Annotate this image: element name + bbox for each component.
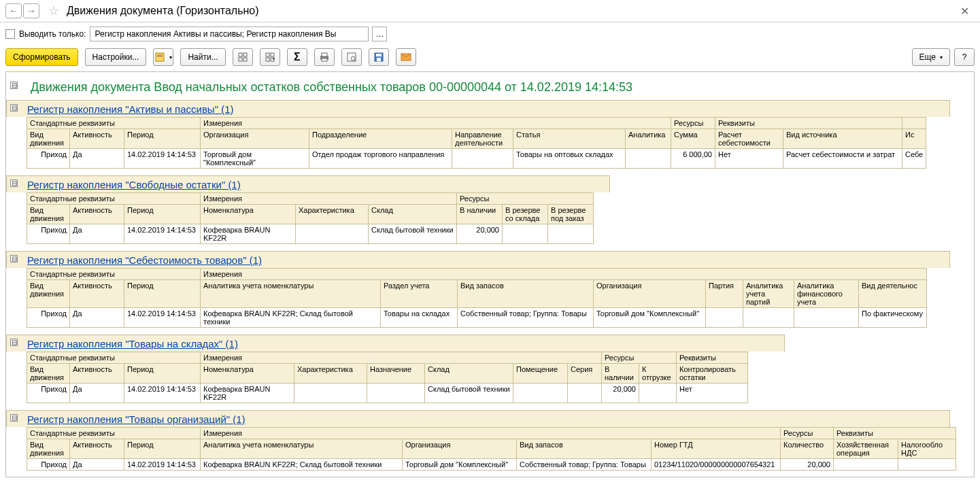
save-settings-button[interactable]: ▾ [153, 48, 173, 66]
filter-more-button[interactable]: … [372, 27, 387, 41]
link-r1[interactable]: Регистр накопления "Активы и пассивы" (1… [6, 100, 950, 117]
svg-rect-19 [377, 58, 381, 61]
toggle-r2[interactable]: ⊟ [10, 180, 18, 187]
svg-rect-6 [266, 53, 269, 56]
mail-button[interactable] [396, 48, 416, 66]
svg-rect-12 [322, 53, 327, 56]
table-row: ПриходДа14.02.2019 14:14:53Кофеварка BRA… [27, 224, 594, 244]
star-icon[interactable]: ☆ [46, 3, 61, 18]
svg-rect-8 [266, 58, 269, 61]
settings-button[interactable]: Настройки... [85, 48, 147, 66]
toggle-r1[interactable]: ⊟ [10, 104, 18, 112]
report-area: ⊟ Движения документа Ввод начальных оста… [5, 71, 975, 477]
sum-button[interactable]: Σ [287, 48, 307, 66]
filter-input[interactable] [90, 27, 369, 41]
filter-checkbox[interactable] [5, 29, 15, 39]
form-button[interactable]: Сформировать [5, 48, 78, 66]
table-row: ПриходДа14.02.2019 14:14:53Кофеварка BRA… [27, 459, 956, 471]
more-button[interactable]: Еще▾ [912, 48, 950, 66]
close-button[interactable]: ✕ [955, 5, 975, 18]
link-r3[interactable]: Регистр накопления "Себестоимость товаро… [6, 251, 950, 268]
print-button[interactable] [314, 48, 335, 66]
svg-rect-3 [243, 53, 247, 56]
save-button[interactable] [369, 48, 389, 66]
svg-rect-13 [322, 58, 327, 61]
toggle-r5[interactable]: ⊟ [10, 414, 18, 422]
toggle-root[interactable]: ⊟ [10, 82, 18, 89]
toggle-r3[interactable]: ⊟ [10, 255, 18, 262]
link-r2[interactable]: Регистр накопления "Свободные остатки" (… [6, 175, 610, 192]
expand-button[interactable] [233, 48, 253, 66]
table-row: ПриходДа14.02.2019 14:14:53Кофеварка BRA… [27, 384, 748, 403]
find-button[interactable]: Найти... [180, 48, 225, 66]
link-r4[interactable]: Регистр накопления "Товары на складах" (… [6, 335, 785, 352]
toggle-r4[interactable]: ⊟ [10, 339, 18, 346]
forward-button[interactable]: → [23, 3, 39, 18]
table-r4: Стандартные реквизитыИзмеренияРесурсыРек… [27, 352, 748, 403]
svg-rect-5 [243, 58, 247, 61]
link-r5[interactable]: Регистр накопления "Товары организаций" … [6, 410, 950, 427]
back-button[interactable]: ← [5, 3, 22, 18]
svg-text:+: + [272, 56, 275, 62]
svg-rect-18 [376, 54, 382, 56]
table-row: ПриходДа14.02.2019 14:14:53Кофеварка BRA… [27, 308, 927, 328]
table-r1: Стандартные реквизитыИзмеренияРесурсыРек… [27, 117, 926, 169]
help-button[interactable]: ? [954, 48, 975, 66]
svg-rect-1 [157, 54, 163, 57]
table-r2: Стандартные реквизитыИзмеренияРесурсы Ви… [27, 192, 594, 244]
preview-button[interactable] [341, 48, 362, 66]
svg-rect-4 [239, 58, 242, 61]
collapse-button[interactable]: + [260, 48, 280, 66]
svg-rect-2 [239, 53, 242, 56]
table-r3: Стандартные реквизитыИзмерения Вид движе… [27, 268, 927, 328]
report-title: Движения документа Ввод начальных остатк… [6, 72, 974, 100]
page-title: Движения документа (Горизонтально) [67, 5, 259, 17]
filter-label: Выводить только: [19, 29, 86, 39]
table-r5: Стандартные реквизитыИзмеренияРесурсыРек… [27, 427, 956, 471]
table-row: ПриходДа14.02.2019 14:14:53Торговый дом … [27, 149, 926, 169]
